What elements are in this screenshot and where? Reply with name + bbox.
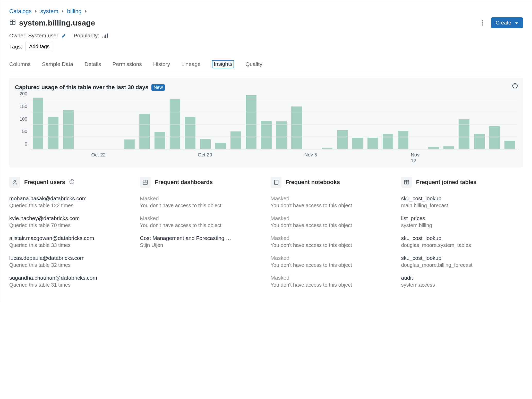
tabs: ColumnsSample DataDetailsPermissionsHist…: [9, 60, 523, 71]
chart-bar[interactable]: [398, 131, 408, 149]
list-item[interactable]: Cost Management and Forecasting …Stijn U…: [140, 235, 262, 248]
info-icon[interactable]: [512, 83, 518, 90]
more-actions-button[interactable]: [478, 19, 486, 27]
chart-bar[interactable]: [124, 139, 134, 149]
chevron-down-icon: [515, 20, 518, 26]
list-item[interactable]: mohana.basak@databricks.comQueried this …: [9, 195, 131, 209]
chart-bar[interactable]: [337, 130, 348, 149]
chevron-right-icon: [35, 9, 37, 14]
chart-bar[interactable]: [63, 110, 74, 149]
list-item-title: Masked: [271, 275, 392, 281]
chart-bar[interactable]: [474, 134, 485, 149]
info-icon[interactable]: [69, 179, 74, 186]
list-item[interactable]: sku_cost_lookupdouglas_moore.system_tabl…: [401, 235, 523, 248]
svg-rect-16: [274, 180, 278, 185]
list-item[interactable]: kyle.hachey@databricks.comQueried this t…: [9, 215, 131, 228]
list-item: MaskedYou don't have access to this obje…: [271, 195, 392, 209]
popularity-field: Popularity:: [74, 32, 108, 39]
chart-bar[interactable]: [443, 146, 454, 149]
list-item-subtitle: You don't have access to this object: [271, 222, 392, 228]
dashboard-icon: [140, 177, 151, 188]
tab-insights[interactable]: Insights: [212, 60, 234, 68]
list-item-title: list_prices: [401, 215, 523, 221]
chart-bar[interactable]: [504, 141, 515, 149]
table-icon: [9, 19, 16, 27]
list-item-title: sugandha.chauhan@databricks.com: [9, 275, 131, 281]
frequent-joined-tables-card: Frequent joined tables sku_cost_lookupma…: [401, 177, 523, 295]
chart-bar[interactable]: [200, 139, 211, 149]
create-button-label: Create: [496, 20, 511, 26]
list-item[interactable]: sku_cost_lookupmain.billing_forecast: [401, 195, 523, 209]
list-item: MaskedYou don't have access to this obje…: [271, 235, 392, 248]
list-item-title: sku_cost_lookup: [401, 195, 523, 202]
chart-bar[interactable]: [352, 138, 363, 149]
breadcrumb-system[interactable]: system: [40, 8, 58, 15]
new-badge: New: [151, 84, 165, 91]
list-item[interactable]: list_pricessystem.billing: [401, 215, 523, 228]
tab-columns[interactable]: Columns: [9, 60, 31, 71]
x-tick: Nov 5: [304, 152, 320, 163]
frequent-notebooks-card: Frequent notebooks MaskedYou don't have …: [271, 177, 392, 295]
y-tick: 0: [25, 142, 27, 147]
list-item-subtitle: You don't have access to this object: [140, 222, 262, 228]
list-item-subtitle: system.access: [401, 282, 523, 288]
y-tick: 100: [20, 116, 27, 122]
popularity-bars-icon: [102, 34, 108, 38]
chart-bar[interactable]: [48, 117, 58, 149]
chart-bar[interactable]: [139, 114, 150, 149]
y-tick: 50: [22, 129, 27, 134]
chart-bar[interactable]: [155, 132, 165, 149]
frequent-dashboards-card: Frequent dashboards MaskedYou don't have…: [140, 177, 262, 295]
card-title: Frequent users: [24, 179, 65, 186]
list-item-subtitle: You don't have access to this object: [271, 262, 392, 268]
create-button[interactable]: Create: [491, 17, 523, 28]
list-item[interactable]: sku_cost_lookupdouglas_moore.billing_for…: [401, 255, 523, 268]
tab-lineage[interactable]: Lineage: [181, 60, 201, 71]
list-item[interactable]: alistair.macgowan@databricks.comQueried …: [9, 235, 131, 248]
list-item-title: Masked: [271, 195, 392, 202]
chart-bar[interactable]: [170, 99, 180, 149]
list-item[interactable]: auditsystem.access: [401, 275, 523, 288]
list-item-title: Masked: [140, 215, 262, 221]
chart-bar[interactable]: [459, 119, 469, 149]
list-item-title: mohana.basak@databricks.com: [9, 195, 131, 202]
card-title: Frequent dashboards: [155, 179, 213, 186]
chevron-right-icon: [62, 9, 64, 14]
list-item-subtitle: You don't have access to this object: [140, 203, 262, 209]
list-item-title: Masked: [271, 235, 392, 241]
chart-bar[interactable]: [185, 117, 195, 149]
chart-bar[interactable]: [261, 121, 271, 149]
chart-bar[interactable]: [291, 106, 302, 149]
chart-bar[interactable]: [383, 134, 393, 149]
list-item-title: Masked: [271, 255, 392, 261]
chart-bar[interactable]: [215, 143, 226, 149]
list-item-title: lucas.depaula@databricks.com: [9, 255, 131, 261]
chart-bar[interactable]: [367, 138, 378, 149]
tab-permissions[interactable]: Permissions: [112, 60, 142, 71]
owner-field: Owner: System user: [9, 32, 66, 39]
chart-bar[interactable]: [489, 126, 500, 149]
breadcrumb-catalogs[interactable]: Catalogs: [9, 8, 32, 15]
chart-bar[interactable]: [230, 131, 241, 149]
user-icon: [9, 177, 20, 188]
list-item[interactable]: sugandha.chauhan@databricks.comQueried t…: [9, 275, 131, 288]
list-item[interactable]: lucas.depaula@databricks.comQueried this…: [9, 255, 131, 268]
tab-quality[interactable]: Quality: [245, 60, 262, 71]
insights-panel: Captured usage of this table over the la…: [9, 78, 523, 168]
list-item-subtitle: system.billing: [401, 222, 523, 228]
table-icon: [401, 177, 412, 188]
chart-bar[interactable]: [322, 148, 332, 149]
chart-bar[interactable]: [428, 147, 439, 149]
tab-history[interactable]: History: [153, 60, 170, 71]
usage-chart: 050100150200: [15, 94, 517, 149]
edit-owner-icon[interactable]: [60, 32, 66, 38]
breadcrumb-billing[interactable]: billing: [67, 8, 82, 15]
list-item-subtitle: You don't have access to this object: [271, 242, 392, 248]
svg-point-3: [482, 20, 483, 21]
tab-details[interactable]: Details: [84, 60, 101, 71]
chart-bar[interactable]: [246, 95, 256, 149]
tab-sample-data[interactable]: Sample Data: [42, 60, 73, 71]
add-tags-button[interactable]: Add tags: [25, 42, 53, 51]
chart-bar[interactable]: [276, 121, 287, 149]
chart-bar[interactable]: [33, 98, 43, 149]
